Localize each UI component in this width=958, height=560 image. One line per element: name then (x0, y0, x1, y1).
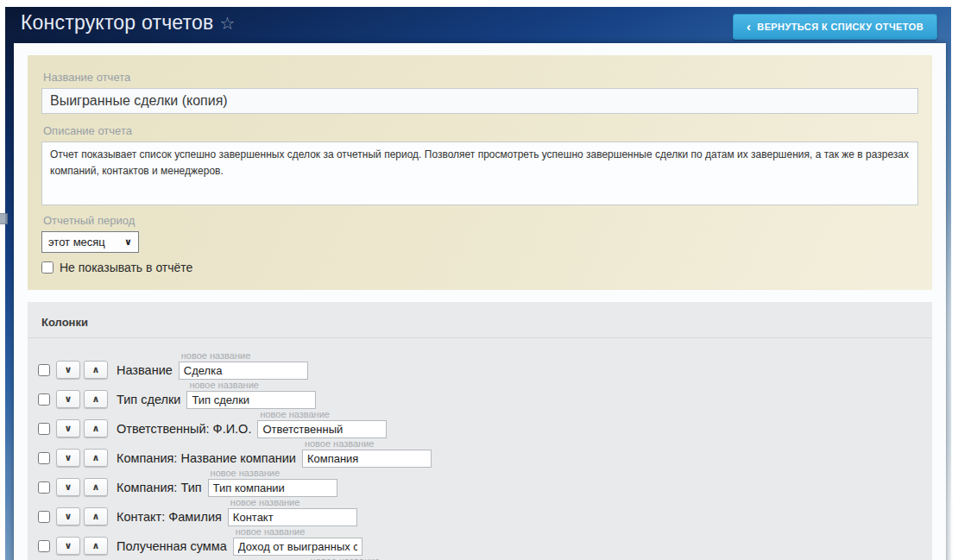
new-name-label: новое название (236, 526, 362, 537)
column-row-checkbox[interactable] (38, 393, 50, 406)
move-up-button[interactable]: ∧ (84, 390, 108, 408)
new-name-group: новое название (257, 409, 387, 438)
column-row: ∨ ∧ Компания: Название компании новое на… (28, 438, 932, 468)
column-row-checkbox[interactable] (38, 452, 50, 464)
chevron-down-icon: ∨ (65, 481, 72, 493)
chevron-up-icon: ∧ (92, 452, 100, 463)
new-name-input[interactable] (186, 391, 316, 409)
new-name-input[interactable] (208, 479, 337, 497)
column-field-label: Тип сделки (117, 393, 180, 406)
report-period-value: этот месяц (48, 236, 105, 249)
new-name-label: новое название (305, 438, 432, 449)
chevron-up-icon: ∧ (92, 511, 100, 522)
report-description-textarea[interactable]: Отчет показывает список успешно завершен… (41, 142, 918, 205)
back-button-label: Вернуться к списку отчетов (757, 22, 923, 32)
column-field-label: Полученная сумма (117, 539, 227, 553)
chevron-up-icon: ∧ (92, 423, 100, 434)
new-name-label: новое название (260, 409, 387, 419)
new-name-group: новое название (233, 526, 362, 556)
report-constructor-page: Конструктор отчетов☆ ‹ Вернуться к списк… (0, 0, 958, 560)
columns-section-title: Колонки (28, 312, 932, 337)
move-up-button[interactable]: ∧ (84, 478, 108, 496)
chevron-up-icon: ∧ (92, 540, 100, 551)
column-row: ∨ ∧ Компания: Тип новое название (28, 468, 932, 497)
column-row: ∨ ∧ Название новое название (28, 350, 932, 380)
page-title-text: Конструктор отчетов (21, 11, 213, 34)
new-name-group: новое название (308, 556, 438, 560)
move-up-button[interactable]: ∧ (84, 419, 108, 437)
report-settings-form: Название отчета Описание отчета Отчет по… (28, 55, 932, 290)
move-down-button[interactable]: ∨ (56, 507, 80, 525)
column-field-label: Контакт: Фамилия (117, 510, 222, 524)
new-name-label: новое название (230, 497, 357, 507)
column-row-checkbox[interactable] (38, 540, 50, 552)
report-name-input[interactable] (41, 88, 918, 114)
new-name-label: новое название (311, 556, 438, 560)
column-row: ∨ ∧ Контакт: Фамилия новое название (28, 497, 932, 526)
move-up-button[interactable]: ∧ (84, 507, 108, 525)
new-name-label: новое название (211, 468, 337, 478)
column-row: ∨ ∧ Полученная сумма новое название (28, 526, 932, 556)
hide-in-report-label[interactable]: Не показывать в отчёте (60, 261, 192, 274)
new-name-group: новое название (186, 380, 316, 409)
move-up-button[interactable]: ∧ (84, 537, 108, 555)
columns-section: Колонки ∨ ∧ Название новое название ∨ ∧ … (28, 302, 932, 560)
new-name-input[interactable] (302, 450, 432, 468)
back-to-report-list-button[interactable]: ‹ Вернуться к списку отчетов (733, 14, 937, 40)
column-field-label: Компания: Тип (117, 481, 202, 494)
chevron-left-icon: ‹ (747, 20, 751, 33)
chevron-down-icon: ∨ (65, 423, 72, 434)
move-down-button[interactable]: ∨ (56, 419, 80, 437)
new-name-label: новое название (189, 380, 316, 390)
column-row-checkbox[interactable] (38, 423, 50, 435)
chevron-down-icon: ∨ (124, 236, 132, 248)
divider (28, 337, 932, 338)
column-row-checkbox[interactable] (38, 511, 50, 523)
new-name-group: новое название (179, 350, 308, 380)
new-name-input[interactable] (257, 420, 387, 438)
move-down-button[interactable]: ∨ (56, 478, 80, 496)
favorite-star-icon[interactable]: ☆ (219, 14, 235, 33)
column-row-checkbox[interactable] (38, 364, 50, 376)
column-field-label: Название (117, 363, 173, 377)
column-row: ∨ ∧ Ответственный: Ф.И.О. новое название (28, 409, 932, 438)
column-row: ∨ ∧ Тип сделки новое название (28, 380, 932, 409)
move-up-button[interactable]: ∧ (84, 449, 108, 467)
move-down-button[interactable]: ∨ (56, 361, 80, 379)
column-field-label: Ответственный: Ф.И.О. (117, 422, 251, 436)
chevron-down-icon: ∨ (65, 511, 72, 522)
new-name-input[interactable] (228, 508, 357, 526)
content-panel: Название отчета Описание отчета Отчет по… (14, 43, 946, 560)
columns-list: ∨ ∧ Название новое название ∨ ∧ Тип сдел… (28, 350, 932, 560)
move-down-button[interactable]: ∨ (56, 449, 80, 467)
new-name-group: новое название (208, 468, 337, 497)
move-down-button[interactable]: ∨ (56, 390, 80, 408)
chevron-up-icon: ∧ (92, 481, 100, 493)
page-title: Конструктор отчетов☆ (21, 11, 236, 35)
report-period-select[interactable]: этот месяц ∨ (41, 231, 139, 253)
chevron-down-icon: ∨ (65, 452, 72, 463)
chevron-down-icon: ∨ (65, 540, 72, 551)
move-up-button[interactable]: ∧ (84, 361, 108, 379)
new-name-group: новое название (302, 438, 432, 468)
new-name-input[interactable] (233, 538, 362, 556)
report-description-label: Описание отчета (43, 124, 918, 137)
column-row: ∨ ∧ Предполагаемая дата закрытия новое н… (28, 556, 932, 560)
move-down-button[interactable]: ∨ (56, 537, 80, 555)
chevron-down-icon: ∨ (65, 393, 72, 405)
chevron-up-icon: ∧ (92, 364, 100, 375)
column-field-label: Компания: Название компании (117, 451, 296, 465)
edge-handle[interactable] (0, 213, 8, 224)
new-name-group: новое название (228, 497, 357, 526)
hide-in-report-checkbox[interactable] (41, 261, 54, 274)
new-name-input[interactable] (179, 362, 308, 380)
column-row-checkbox[interactable] (38, 481, 50, 494)
report-period-label: Отчетный период (43, 214, 918, 227)
chevron-up-icon: ∧ (92, 393, 100, 405)
report-name-label: Название отчета (43, 71, 918, 84)
chevron-down-icon: ∨ (65, 364, 72, 375)
new-name-label: новое название (181, 350, 308, 361)
